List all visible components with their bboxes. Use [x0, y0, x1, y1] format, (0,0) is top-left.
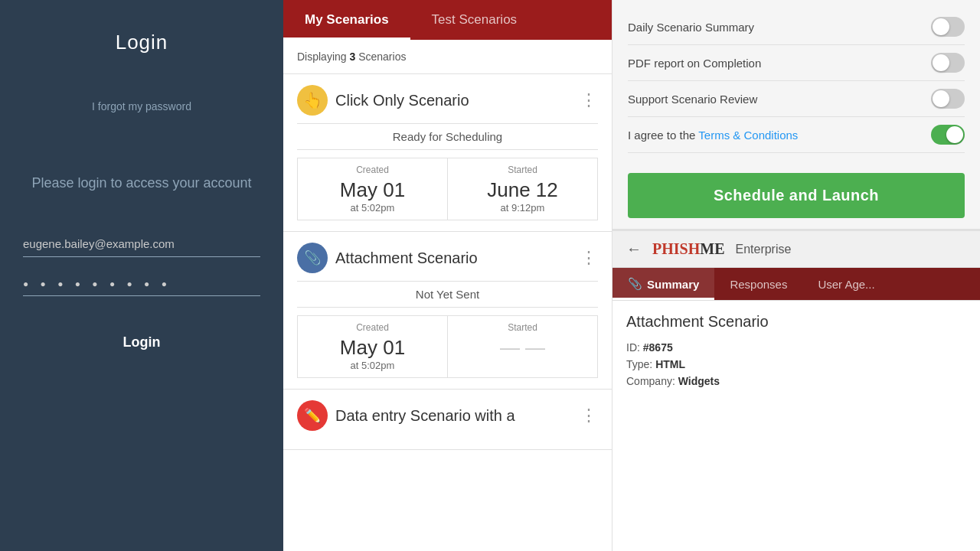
scenario-name-1: Attachment Scenario: [335, 249, 478, 267]
settings-label-2: Support Scenario Review: [628, 93, 757, 106]
email-field-group: [23, 231, 260, 257]
settings-label-0: Daily Scenario Summary: [628, 21, 754, 34]
scenario-title-row-0: 👆 Click Only Scenario: [297, 85, 469, 116]
scenario-card-2[interactable]: ✏️ Data entry Scenario with a ⋮: [283, 390, 612, 450]
scenario-menu-1[interactable]: ⋮: [580, 249, 598, 266]
scenario-menu-0[interactable]: ⋮: [580, 92, 598, 109]
right-panel: Daily Scenario Summary PDF report on Com…: [612, 0, 980, 551]
scenario-icon-1: 📎: [297, 243, 328, 273]
date-created-1: Created May 01 at 5:02pm: [298, 316, 448, 377]
login-button[interactable]: Login: [123, 334, 161, 350]
scenario-icon-0: 👆: [297, 85, 328, 116]
date-created-0: Created May 01 at 5:02pm: [298, 158, 448, 220]
settings-label-1: PDF report on Completion: [628, 57, 761, 70]
date-started-1: Started — —: [448, 316, 597, 377]
scenario-card-0[interactable]: 👆 Click Only Scenario ⋮ Ready for Schedu…: [283, 74, 612, 232]
phishme-fish-text: PHISH: [652, 240, 700, 257]
settings-row-2: Support Scenario Review: [628, 81, 965, 117]
detail-type-field: Type: HTML: [626, 358, 966, 370]
detail-id-value: #8675: [643, 341, 673, 354]
detail-tabs: 📎 Summary Responses User Age...: [612, 268, 980, 301]
detail-id-field: ID: #8675: [626, 341, 966, 354]
toggle-knob-0: [933, 18, 949, 35]
scenario-name-2: Data entry Scenario with a: [335, 407, 515, 425]
detail-company-value: Widgets: [678, 375, 720, 387]
toggle-knob-1: [933, 54, 949, 71]
scenario-card-1[interactable]: 📎 Attachment Scenario ⋮ Not Yet Sent Cre…: [283, 232, 612, 390]
detail-header: ← PHISHME Enterprise: [612, 231, 980, 268]
scenario-title-row-2: ✏️ Data entry Scenario with a: [297, 400, 515, 431]
enterprise-label: Enterprise: [735, 243, 791, 256]
detail-tab-summary[interactable]: 📎 Summary: [612, 268, 714, 300]
settings-row-3: I agree to the Terms & Conditions: [628, 117, 965, 153]
detail-company-field: Company: Widgets: [626, 375, 966, 387]
detail-content: Attachment Scenario ID: #8675 Type: HTML…: [612, 301, 980, 404]
phishme-me-text: ME: [700, 240, 724, 257]
email-input[interactable]: [23, 231, 260, 257]
back-button[interactable]: ←: [626, 240, 642, 258]
scenario-icon-2: ✏️: [297, 400, 328, 431]
scenarios-panel: My Scenarios Test Scenarios Displaying 3…: [283, 0, 612, 551]
scenario-dates-0: Created May 01 at 5:02pm Started June 12…: [297, 158, 598, 220]
scenario-status-1: Not Yet Sent: [297, 281, 598, 308]
toggle-pdf-report[interactable]: [931, 53, 965, 73]
scenario-header-1: 📎 Attachment Scenario ⋮: [297, 243, 598, 273]
tab-test-scenarios[interactable]: Test Scenarios: [410, 0, 539, 40]
detail-tab-user-age[interactable]: User Age...: [802, 268, 890, 300]
toggle-support-review[interactable]: [931, 89, 965, 109]
scenario-menu-2[interactable]: ⋮: [580, 407, 598, 424]
toggle-terms[interactable]: [931, 125, 965, 145]
login-panel: Login I forgot my password Please login …: [0, 0, 283, 551]
scenarios-tabs: My Scenarios Test Scenarios: [283, 0, 612, 40]
scenario-status-0: Ready for Scheduling: [297, 123, 598, 150]
forgot-password-link[interactable]: I forgot my password: [92, 100, 191, 112]
detail-tab-responses[interactable]: Responses: [714, 268, 802, 300]
login-title: Login: [116, 31, 168, 54]
scenario-dates-1: Created May 01 at 5:02pm Started — —: [297, 315, 598, 378]
detail-type-value: HTML: [655, 358, 685, 370]
tab-my-scenarios[interactable]: My Scenarios: [283, 0, 410, 40]
settings-section: Daily Scenario Summary PDF report on Com…: [612, 0, 980, 162]
scenarios-count: Displaying 3 Scenarios: [283, 40, 612, 74]
toggle-daily-summary[interactable]: [931, 17, 965, 37]
settings-row-0: Daily Scenario Summary: [628, 9, 965, 45]
scenario-header-2: ✏️ Data entry Scenario with a ⋮: [297, 400, 598, 431]
scenario-title-row-1: 📎 Attachment Scenario: [297, 243, 478, 273]
date-started-0: Started June 12 at 9:12pm: [448, 158, 597, 220]
schedule-launch-button[interactable]: Schedule and Launch: [628, 173, 965, 218]
password-field[interactable]: ● ● ● ● ● ● ● ● ●: [23, 272, 260, 296]
login-subtitle: Please login to access your account: [31, 174, 251, 193]
detail-panel: ← PHISHME Enterprise 📎 Summary Responses…: [612, 229, 980, 551]
toggle-knob-3: [946, 126, 963, 143]
scenario-header-0: 👆 Click Only Scenario ⋮: [297, 85, 598, 116]
terms-conditions-link[interactable]: Terms & Conditions: [698, 129, 798, 142]
toggle-knob-2: [933, 90, 949, 107]
scenario-name-0: Click Only Scenario: [335, 92, 469, 109]
detail-scenario-name: Attachment Scenario: [626, 313, 966, 331]
settings-row-1: PDF report on Completion: [628, 45, 965, 81]
settings-label-3: I agree to the Terms & Conditions: [628, 129, 798, 142]
phishme-logo: PHISHME: [652, 240, 724, 258]
attach-icon-detail: 📎: [628, 277, 642, 291]
